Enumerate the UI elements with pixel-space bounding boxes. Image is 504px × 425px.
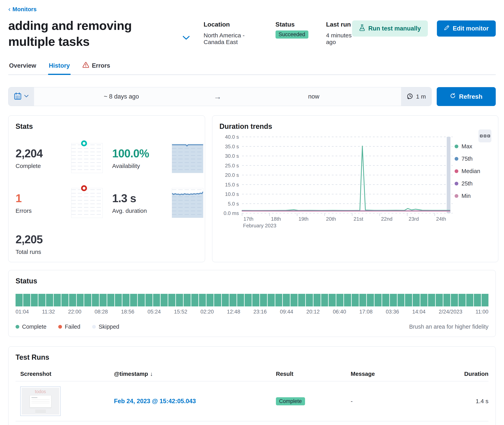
stats-title: Stats [16, 122, 198, 131]
legend-dot-icon [92, 325, 96, 329]
breadcrumb-label: Monitors [12, 6, 36, 13]
status-block [344, 294, 351, 306]
refresh-interval-button[interactable]: 1 m [401, 87, 431, 106]
edit-monitor-button[interactable]: Edit monitor [437, 20, 496, 37]
date-quick-menu-button[interactable] [8, 87, 34, 106]
stat-complete-label: Complete [16, 163, 62, 169]
status-block [69, 294, 76, 306]
brush-hint: Brush an area for higher fidelity [409, 324, 488, 330]
legend-item-75th[interactable]: 75th [455, 156, 491, 162]
stat-availability-label: Availability [112, 163, 162, 169]
status-tick-label: 17:08 [359, 309, 373, 315]
chart-options-icon[interactable] [478, 129, 491, 142]
status-block [191, 294, 198, 306]
status-block [466, 294, 473, 306]
svg-text:5.0 s: 5.0 s [228, 201, 239, 207]
legend-item-max[interactable]: Max [455, 143, 491, 150]
svg-text:10.0 s: 10.0 s [225, 191, 239, 197]
tab-overview[interactable]: Overview [8, 60, 37, 74]
svg-text:25.0 s: 25.0 s [225, 163, 239, 169]
status-block [38, 294, 46, 306]
legend-dot-icon [455, 169, 458, 173]
start-date-button[interactable]: ~ 8 days ago [34, 87, 209, 106]
stat-total-runs: 2,205 Total runs [16, 233, 62, 255]
status-block [130, 294, 137, 306]
status-block [275, 294, 282, 306]
run-test-manually-button[interactable]: Run test manually [352, 20, 428, 37]
status-block [161, 294, 168, 306]
monitor-select-chevron-down-icon[interactable] [182, 35, 190, 41]
status-block [145, 294, 153, 306]
col-message-header: Message [351, 371, 425, 377]
status-block [268, 294, 275, 306]
breadcrumb-monitors-link[interactable]: ‹ Monitors [8, 6, 37, 13]
status-block [115, 294, 122, 306]
meta-last-run: Last run 4 minutes ago [326, 21, 352, 46]
status-timeline-labels: 01:0411:3222:0008:2818:5605:2415:5202:20… [16, 309, 488, 315]
tab-history[interactable]: History [48, 60, 71, 74]
test-run-result-badge: Complete [276, 397, 305, 405]
arrow-right-icon: → [209, 87, 227, 106]
status-block [444, 294, 450, 306]
legend-item-median[interactable]: Median [455, 168, 491, 174]
status-badge: Succeeded [276, 31, 308, 39]
duration-trends-chart[interactable]: 0.0 ms5.0 s10.0 s15.0 s20.0 s25.0 s30.0 … [219, 134, 455, 230]
refresh-label: Refresh [459, 93, 482, 100]
status-block [184, 294, 191, 306]
status-block [405, 294, 412, 306]
legend-item-min[interactable]: Min [455, 193, 491, 199]
legend-item-25th[interactable]: 25th [455, 180, 491, 187]
legend-label: Skipped [99, 324, 119, 330]
status-timeline-bar[interactable] [16, 294, 488, 306]
status-block [413, 294, 420, 306]
status-block [31, 294, 38, 306]
refresh-icon [450, 93, 456, 100]
col-screenshot-header: Screenshot [16, 371, 114, 377]
legend-label: Max [462, 143, 472, 150]
legend-dot-icon [16, 325, 19, 329]
svg-text:15.0 s: 15.0 s [225, 182, 239, 188]
todos-footer-lines [35, 409, 46, 413]
test-runs-panel: Test Runs Screenshot @timestamp↓ Result … [8, 346, 496, 425]
status-tick-label: 2/24/2023 [439, 309, 462, 315]
stat-complete: 2,204 Complete [16, 147, 62, 169]
tab-errors[interactable]: Errors [82, 60, 111, 74]
test-runs-table: Screenshot @timestamp↓ Result Message Du… [16, 368, 488, 425]
status-block [245, 294, 252, 306]
legend-label: 75th [462, 156, 472, 162]
end-date-button[interactable]: now [227, 87, 401, 106]
test-run-timestamp-link[interactable]: Feb 24, 2023 @ 15:42:05.043 [114, 398, 196, 405]
status-block [482, 294, 489, 306]
col-duration-header: Duration [425, 371, 488, 377]
status-legend: CompleteFailedSkipped [16, 324, 119, 330]
status-panel-title: Status [16, 277, 488, 285]
monitor-tabs: Overview History Errors [8, 60, 496, 75]
status-tick-label: 20:12 [306, 309, 320, 315]
duration-trends-chart-wrap: 0.0 ms5.0 s10.0 s15.0 s20.0 s25.0 s30.0 … [219, 134, 491, 230]
status-block [54, 294, 61, 306]
status-block [352, 294, 359, 306]
svg-text:20th: 20th [326, 216, 336, 222]
status-tick-label: 05:24 [148, 309, 161, 315]
col-timestamp-header[interactable]: @timestamp↓ [114, 371, 276, 377]
test-run-row: todos Feb 24, 2023 @ 15:42:05.043 Comple… [16, 381, 488, 421]
status-tick-label: 12:48 [227, 309, 240, 315]
stat-errors-value: 1 [16, 192, 62, 205]
sort-desc-icon: ↓ [150, 371, 153, 377]
stat-avg-duration-label: Avg. duration [112, 207, 162, 214]
status-block [458, 294, 466, 306]
todos-app-preview: todos [22, 388, 59, 415]
status-block [359, 294, 366, 306]
screenshot-thumbnail[interactable]: todos [20, 386, 60, 416]
test-run-message: - [351, 398, 425, 405]
refresh-button[interactable]: Refresh [437, 87, 496, 106]
stat-availability-value: 100.0% [112, 147, 162, 160]
status-block [375, 294, 382, 306]
run-test-label: Run test manually [368, 25, 421, 32]
tab-overview-label: Overview [9, 62, 36, 69]
status-tick-label: 22:00 [68, 309, 81, 315]
status-block [222, 294, 229, 306]
pencil-icon [444, 25, 450, 32]
status-panel: Status 01:0411:3222:0008:2818:5605:2415:… [8, 270, 496, 337]
status-label: Status [276, 21, 308, 28]
